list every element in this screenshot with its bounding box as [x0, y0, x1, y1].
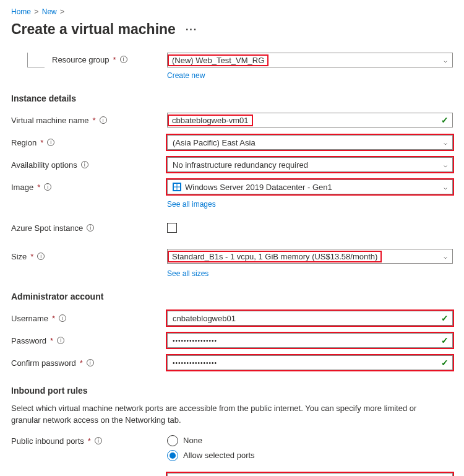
see-all-sizes-link[interactable]: See all sizes: [167, 269, 208, 278]
windows-icon: [173, 183, 181, 191]
username-input[interactable]: cnbateblogweb01 ✓: [167, 311, 453, 326]
check-icon: ✓: [441, 313, 449, 323]
info-icon[interactable]: i: [37, 253, 45, 260]
inbound-heading: Inbound port rules: [11, 386, 453, 396]
create-new-link[interactable]: Create new: [167, 71, 205, 80]
info-icon[interactable]: i: [95, 437, 102, 444]
check-icon: ✓: [441, 358, 449, 368]
radio-icon: [167, 435, 178, 446]
radio-none[interactable]: None: [167, 435, 453, 446]
public-ports-label: Public inbound ports: [11, 436, 84, 446]
confirm-password-label: Confirm password: [11, 358, 76, 368]
page-title: Create a virtual machine ···: [11, 21, 453, 38]
spot-checkbox[interactable]: [167, 223, 177, 233]
svg-rect-3: [178, 188, 181, 191]
svg-rect-2: [174, 188, 177, 191]
more-icon[interactable]: ···: [186, 24, 197, 35]
info-icon[interactable]: i: [47, 139, 54, 146]
vm-name-input[interactable]: cbbateblogweb-vm01 ✓: [167, 113, 453, 128]
info-icon[interactable]: i: [81, 161, 88, 168]
confirm-password-input[interactable]: •••••••••••••••• ✓: [167, 355, 453, 370]
resource-group-label: Resource group: [52, 55, 110, 64]
svg-rect-0: [174, 184, 177, 187]
info-icon[interactable]: i: [59, 314, 66, 322]
spot-label: Azure Spot instance: [11, 223, 83, 233]
info-icon[interactable]: i: [57, 337, 64, 344]
chevron-down-icon: ⌵: [444, 184, 447, 191]
check-icon: ✓: [441, 335, 449, 345]
image-select[interactable]: Windows Server 2019 Datacenter - Gen1 ⌵: [167, 180, 453, 194]
size-label: Size: [11, 252, 27, 261]
image-label: Image: [11, 183, 33, 192]
breadcrumb: Home > New >: [11, 7, 453, 16]
region-select[interactable]: (Asia Pacific) East Asia ⌵: [167, 135, 453, 150]
radio-icon: [167, 450, 178, 461]
svg-rect-1: [178, 184, 181, 187]
availability-label: Availability options: [11, 160, 77, 170]
availability-select[interactable]: No infrastructure redundancy required ⌵: [167, 157, 453, 172]
check-icon: ✓: [441, 115, 449, 125]
chevron-down-icon: ⌵: [444, 162, 447, 168]
chevron-down-icon: ⌵: [444, 139, 447, 146]
size-select[interactable]: Standard_B1s - 1 vcpu, 1 GiB memory (US$…: [167, 249, 453, 264]
info-icon[interactable]: i: [44, 183, 51, 191]
select-ports-select[interactable]: HTTP (80), RDP (3389) ⌵: [167, 473, 453, 476]
instance-details-heading: Instance details: [11, 93, 453, 103]
info-icon[interactable]: i: [100, 116, 107, 124]
region-label: Region: [11, 138, 37, 147]
tree-line: [27, 53, 45, 67]
vm-name-label: Virtual machine name: [11, 116, 89, 125]
inbound-desc: Select which virtual machine network por…: [11, 403, 432, 426]
username-label: Username: [11, 314, 48, 323]
resource-group-select[interactable]: (New) Web_Test_VM_RG ⌵: [167, 53, 453, 67]
breadcrumb-new[interactable]: New: [42, 7, 57, 16]
chevron-down-icon: ⌵: [444, 57, 447, 64]
radio-allow[interactable]: Allow selected ports: [167, 450, 453, 461]
password-input[interactable]: •••••••••••••••• ✓: [167, 333, 453, 348]
info-icon[interactable]: i: [87, 359, 94, 366]
see-all-images-link[interactable]: See all images: [167, 200, 216, 209]
breadcrumb-home[interactable]: Home: [11, 7, 31, 16]
info-icon[interactable]: i: [87, 224, 94, 232]
password-label: Password: [11, 336, 46, 345]
info-icon[interactable]: i: [120, 56, 127, 63]
admin-heading: Administrator account: [11, 292, 453, 301]
chevron-down-icon: ⌵: [444, 253, 447, 260]
